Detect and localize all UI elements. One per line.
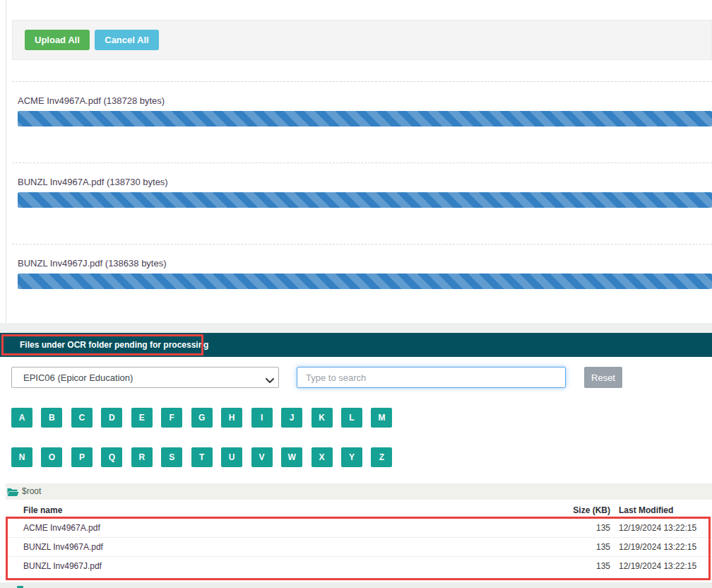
alphabet-button-r[interactable]: R [131,447,153,467]
ocr-section-header: Files under OCR folder pending for proce… [0,333,712,357]
table-header-row: File name Size (KB) Last Modified [6,502,712,518]
search-input[interactable] [297,367,566,388]
progress-track [18,192,712,208]
table-row[interactable]: BUNZL Inv4967J.pdf 135 12/19/2024 13:22:… [6,556,712,575]
upload-file-label: ACME Inv4967A.pdf (138728 bytes) [18,95,712,106]
header-file-name: File name [6,505,568,515]
cell-last-modified: 12/19/2024 13:22:15 [619,542,689,552]
alphabet-button-t[interactable]: T [191,447,213,467]
progress-bar [18,192,712,208]
progress-track [18,274,712,289]
alphabet-button-w[interactable]: W [281,447,302,467]
upload-file-label: BUNZL Inv4967A.pdf (138730 bytes) [18,177,712,187]
alphabet-button-e[interactable]: E [131,408,153,428]
table-row[interactable]: BUNZL Inv4967A.pdf 135 12/19/2024 13:22:… [6,537,712,556]
root-folder-link[interactable]: $root [6,483,712,500]
alphabet-button-k[interactable]: K [312,408,333,428]
cell-size-kb: 135 [568,561,610,571]
header-size-kb: Size (KB) [568,505,610,515]
alphabet-button-i[interactable]: I [251,408,273,428]
alphabet-button-j[interactable]: J [281,408,302,428]
pending-files-table: File name Size (KB) Last Modified ACME I… [6,502,712,575]
alphabet-button-b[interactable]: B [41,408,62,428]
alphabet-button-u[interactable]: U [221,447,242,467]
reset-button[interactable]: Reset [584,367,622,388]
alphabet-button-m[interactable]: M [371,408,392,428]
progress-track [18,111,712,127]
alphabet-row-2: N O P Q R S T U V W X Y Z [11,447,398,467]
upload-all-button[interactable]: Upload All [25,30,90,50]
cell-file-name[interactable]: ACME Inv4967A.pdf [6,523,568,533]
alphabet-button-h[interactable]: H [221,408,242,428]
upload-entry: ACME Inv4967A.pdf (138728 bytes) [12,81,712,127]
cell-last-modified: 12/19/2024 13:22:15 [619,523,689,533]
root-folder-label: $root [22,483,41,500]
upload-toolbar: Upload All Cancel All [12,20,712,60]
section-title: Files under OCR folder pending for proce… [20,333,208,357]
alphabet-button-y[interactable]: Y [341,447,362,467]
cell-size-kb: 135 [568,542,610,552]
upload-panel: Upload All Cancel All ACME Inv4967A.pdf … [6,0,712,323]
alphabet-button-c[interactable]: C [71,408,93,428]
alphabet-row-1: A B C D E F G H I J K L M [11,408,398,428]
alphabet-button-v[interactable]: V [251,447,273,467]
section-divider [0,323,712,333]
alphabet-button-q[interactable]: Q [101,447,122,467]
table-row[interactable]: ACME Inv4967A.pdf 135 12/19/2024 13:22:1… [6,518,712,537]
alphabet-button-s[interactable]: S [161,447,182,467]
alphabet-button-g[interactable]: G [191,408,213,428]
cell-file-name[interactable]: BUNZL Inv4967J.pdf [6,561,568,571]
upload-entry: BUNZL Inv4967J.pdf (138638 bytes) [12,244,712,289]
alphabet-button-f[interactable]: F [161,408,182,428]
cell-file-name[interactable]: BUNZL Inv4967A.pdf [6,542,568,552]
progress-bar [18,274,712,289]
upload-file-label: BUNZL Inv4967J.pdf (138638 bytes) [18,258,712,269]
alphabet-button-n[interactable]: N [11,447,32,467]
header-last-modified: Last Modified [619,505,689,515]
upload-entry: BUNZL Inv4967A.pdf (138730 bytes) [12,163,712,208]
alphabet-button-d[interactable]: D [101,408,122,428]
alphabet-button-a[interactable]: A [11,408,32,428]
alphabet-button-p[interactable]: P [71,447,93,467]
cell-last-modified: 12/19/2024 13:22:15 [619,561,689,571]
cell-size-kb: 135 [568,523,610,533]
alphabet-button-x[interactable]: X [312,447,333,467]
alphabet-button-o[interactable]: O [41,447,62,467]
progress-bar [18,111,712,127]
company-select[interactable]: EPIC06 (Epicor Education) [11,367,279,388]
alphabet-button-z[interactable]: Z [371,447,392,467]
next-section-edge [0,582,712,588]
cancel-all-button[interactable]: Cancel All [95,30,158,50]
alphabet-button-l[interactable]: L [341,408,362,428]
